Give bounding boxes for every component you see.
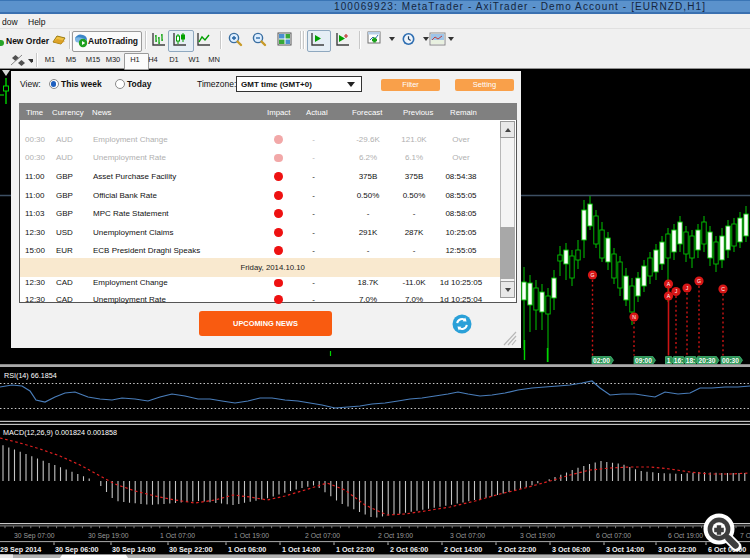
svg-text:1 Oct 14:00: 1 Oct 14:00 xyxy=(282,545,320,554)
svg-text:3 Oct 06:00: 3 Oct 06:00 xyxy=(552,545,590,554)
svg-text:6 Oct 19:00: 6 Oct 19:00 xyxy=(668,532,703,539)
svg-text:1 Oct 22:00: 1 Oct 22:00 xyxy=(336,545,374,554)
svg-text:3 Oct 14:00: 3 Oct 14:00 xyxy=(606,545,644,554)
svg-text:2 Oct 19:00: 2 Oct 19:00 xyxy=(378,532,413,539)
svg-text:3 Oct 07:00: 3 Oct 07:00 xyxy=(450,532,485,539)
svg-text:30 Sep 19:00: 30 Sep 19:00 xyxy=(88,532,129,540)
svg-text:6 Oct 07:00: 6 Oct 07:00 xyxy=(596,532,631,539)
svg-text:30 Sep 14:00: 30 Sep 14:00 xyxy=(112,545,156,554)
svg-text:1 Oct 07:00: 1 Oct 07:00 xyxy=(160,532,195,539)
svg-text:7 Oct: 7 Oct xyxy=(740,532,750,539)
svg-text:A: A xyxy=(667,293,671,299)
svg-text:J: J xyxy=(686,285,689,291)
svg-text:N: N xyxy=(632,314,636,320)
svg-text:09:00: 09:00 xyxy=(635,357,652,364)
svg-text:30 Sep 22:00: 30 Sep 22:00 xyxy=(169,545,213,554)
svg-text:G: G xyxy=(590,272,594,278)
svg-text:30 Sep 06:00: 30 Sep 06:00 xyxy=(55,545,99,554)
svg-text:02:00: 02:00 xyxy=(593,357,610,364)
svg-text:2 Oct 22:00: 2 Oct 22:00 xyxy=(498,545,536,554)
svg-text:30 Sep 07:00: 30 Sep 07:00 xyxy=(14,532,55,540)
svg-text:16:: 16: xyxy=(674,357,684,364)
svg-text:MACD(12,26,9) 0.001824 0.00185: MACD(12,26,9) 0.001824 0.001858 xyxy=(3,428,117,437)
svg-text:1 Oct 06:00: 1 Oct 06:00 xyxy=(228,545,266,554)
svg-text:A: A xyxy=(667,281,671,287)
svg-text:2 Oct 07:00: 2 Oct 07:00 xyxy=(305,532,340,539)
svg-text:18:: 18: xyxy=(686,357,696,364)
svg-text:1 Oct 19:00: 1 Oct 19:00 xyxy=(234,532,269,539)
svg-text:29 Sep 2014: 29 Sep 2014 xyxy=(0,545,41,554)
svg-text:20:30: 20:30 xyxy=(699,357,716,364)
svg-text:2 Oct 06:00: 2 Oct 06:00 xyxy=(390,545,428,554)
svg-text:00:30: 00:30 xyxy=(722,357,739,364)
svg-text:3 Oct 22:00: 3 Oct 22:00 xyxy=(658,545,696,554)
svg-text:3 Oct 19:00: 3 Oct 19:00 xyxy=(520,532,555,539)
svg-text:G: G xyxy=(697,278,701,284)
svg-text:J: J xyxy=(675,288,678,294)
svg-text:1: 1 xyxy=(667,357,671,364)
svg-text:RSI(14) 66.1854: RSI(14) 66.1854 xyxy=(4,371,57,380)
svg-text:C: C xyxy=(721,286,725,292)
svg-text:2 Oct 14:00: 2 Oct 14:00 xyxy=(444,545,482,554)
